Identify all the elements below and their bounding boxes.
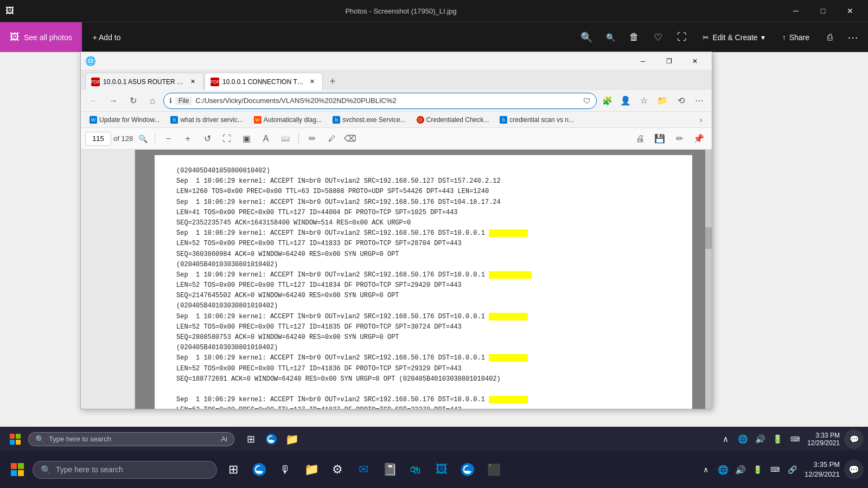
pdf-scrollbar[interactable] <box>705 150 712 409</box>
search-input-secondary[interactable] <box>49 435 216 443</box>
fav-item-1[interactable]: b what is driver servic... <box>166 114 247 125</box>
more-button[interactable]: ⋯ <box>843 28 863 47</box>
zoom-out-button[interactable]: 🔍 <box>599 27 621 48</box>
link-icon-main[interactable]: 🔗 <box>785 462 800 477</box>
pdf-eraser-button[interactable]: ⌫ <box>341 130 359 147</box>
store-icon-main[interactable]: 🛍 <box>404 458 427 481</box>
file-explorer-main[interactable]: 📁 <box>299 458 323 481</box>
extensions-button[interactable]: 🧩 <box>599 93 615 109</box>
favorites-button[interactable]: ☆ <box>636 93 652 109</box>
battery-icon-main[interactable]: 🔋 <box>750 462 765 477</box>
microphone-icon-main[interactable]: 🎙 <box>273 458 297 481</box>
task-view-main[interactable]: ⊞ <box>221 458 245 481</box>
pdf-scrollbar-thumb[interactable] <box>705 227 712 249</box>
pdf-fit-button[interactable]: ⛶ <box>218 130 235 147</box>
pdf-print-button[interactable]: 🖨 <box>631 130 649 147</box>
pdf-zoom-in-button[interactable]: + <box>179 130 196 147</box>
language-icon-main[interactable]: ⌨ <box>768 462 783 477</box>
browser-restore-button[interactable]: ❐ <box>656 54 681 69</box>
back-button[interactable]: ← <box>85 92 103 110</box>
chevron-up-icon[interactable]: ∧ <box>718 432 733 447</box>
search-input-main[interactable] <box>56 465 209 474</box>
edge-icon-main-2[interactable] <box>456 458 480 481</box>
pdf-highlight-button[interactable]: 🖊 <box>323 130 340 147</box>
print-button[interactable]: ⎙ <box>819 27 841 48</box>
pdf-save-button[interactable]: 💾 <box>651 130 668 147</box>
close-button[interactable]: ✕ <box>838 3 863 19</box>
pdf-text-button[interactable]: A <box>257 130 275 147</box>
refresh-button[interactable]: ↻ <box>124 92 142 110</box>
favorite-button[interactable]: ♡ <box>647 27 669 48</box>
onenote-icon-main[interactable]: 📓 <box>378 458 401 481</box>
start-btn-secondary[interactable] <box>4 429 26 449</box>
favorites-more-button[interactable]: › <box>694 113 707 126</box>
date-display-secondary: 12/29/2021 <box>807 439 840 447</box>
browser-close-button[interactable]: ✕ <box>682 54 707 69</box>
settings-icon-main[interactable]: ⚙ <box>326 458 349 481</box>
terminal-icon-main[interactable]: ⬛ <box>482 458 506 481</box>
maximize-button[interactable]: □ <box>810 3 835 19</box>
fav-item-0[interactable]: W Update for Window... <box>85 114 164 125</box>
tab-close-1[interactable]: ✕ <box>188 77 197 87</box>
notification-center-main[interactable]: 💬 <box>844 460 864 479</box>
pdf-edit-button[interactable]: ✏ <box>671 130 688 147</box>
pdf-zoom-out-button[interactable]: − <box>159 130 177 147</box>
edge-icon-secondary[interactable] <box>261 429 281 449</box>
keyboard-icon-secondary[interactable]: ⌨ <box>788 432 803 447</box>
pdf-pin-button[interactable]: 📌 <box>690 130 707 147</box>
log-line-11: LEN=52 TOS=0x00 PREC=0x00 TTL=127 ID=418… <box>176 280 671 291</box>
log-line-20: SEQ=188772691 ACK=0 WINDOW=64240 RES=0x0… <box>176 374 671 384</box>
notification-center-secondary[interactable]: 💬 <box>844 429 864 449</box>
home-button[interactable]: ⌂ <box>144 92 161 110</box>
edge-svg-main-2 <box>461 463 475 477</box>
fav-item-3[interactable]: b svchost.exe Service... <box>328 114 410 125</box>
volume-icon-secondary[interactable]: 🔊 <box>753 432 768 447</box>
share-button[interactable]: ↑ Share <box>775 30 817 45</box>
minimize-button[interactable]: ─ <box>783 3 808 19</box>
file-explorer-secondary[interactable]: 📁 <box>282 429 302 449</box>
network-icon-main[interactable]: 🌐 <box>716 462 731 477</box>
mail-icon-main[interactable]: ✉ <box>352 458 375 481</box>
fav-item-2[interactable]: W Automatically diag... <box>250 114 326 125</box>
collections-button[interactable]: 📁 <box>654 93 671 109</box>
pdf-annotation-button[interactable]: ✏ <box>303 130 321 147</box>
new-tab-button[interactable]: + <box>324 73 341 90</box>
pdf-search-button[interactable]: 🔍 <box>135 131 150 146</box>
page-number-input[interactable]: 115 <box>85 132 111 146</box>
edit-create-button[interactable]: ✂ Edit & Create ▾ <box>695 30 772 45</box>
zoom-in-button[interactable]: 🔍 <box>576 27 597 48</box>
start-button-main[interactable] <box>4 457 30 483</box>
pdf-read-button[interactable]: 📖 <box>277 130 294 147</box>
fav-item-5[interactable]: b crediential scan vs n... <box>495 114 578 125</box>
photos-icon-main[interactable]: 🖼 <box>430 458 454 481</box>
network-icon-secondary[interactable]: 🌐 <box>736 432 751 447</box>
history-button[interactable]: ⟲ <box>673 93 689 109</box>
taskbar-search-main[interactable]: 🔍 <box>33 461 217 479</box>
edge-icon-main[interactable] <box>247 458 271 481</box>
tab-close-2[interactable]: ✕ <box>307 77 317 87</box>
edge-svg-main <box>252 463 266 477</box>
log-line-22: LEN=52 TOS=0x00 PREC=0x00 TTL=127 ID=418… <box>176 405 671 409</box>
chevron-up-main[interactable]: ∧ <box>698 462 713 477</box>
see-all-photos-button[interactable]: 🖼 See all photos <box>0 22 82 52</box>
sys-icons-secondary: ∧ 🌐 🔊 🔋 ⌨ <box>718 432 803 447</box>
pdf-twopage-button[interactable]: ▣ <box>238 130 255 147</box>
scissors-icon: ✂ <box>703 33 709 42</box>
add-to-button[interactable]: + Add to <box>82 22 132 52</box>
crop-rotate-button[interactable]: ⛶ <box>671 27 693 48</box>
forward-button[interactable]: → <box>105 92 122 110</box>
browser-minimize-button[interactable]: ─ <box>630 54 655 69</box>
battery-icon-secondary[interactable]: 🔋 <box>770 432 786 447</box>
delete-button[interactable]: 🗑 <box>623 27 645 48</box>
taskbar-search-secondary[interactable]: 🔍 Ai <box>28 432 234 446</box>
browser-tab-1[interactable]: PDF 10.0.0.1 ASUS ROUTER BIG CHA ✕ <box>85 73 203 90</box>
pdf-rotate-button[interactable]: ↺ <box>199 130 216 147</box>
pdf-main[interactable]: (020405D401050800010402) Sep 1 10:06:29 … <box>135 150 712 409</box>
profile-button[interactable]: 👤 <box>617 93 634 109</box>
task-view-secondary[interactable]: ⊞ <box>241 429 260 449</box>
volume-icon-main[interactable]: 🔊 <box>733 462 748 477</box>
browser-tab-2[interactable]: PDF 10.0.0.1 CONNECTION TO 192.1 ✕ <box>205 73 323 90</box>
fav-item-4[interactable]: O Credentialed Check... <box>412 114 493 125</box>
browser-more-button[interactable]: ⋯ <box>691 93 707 109</box>
address-bar[interactable]: ℹ File C:/Users/Vicky/Documents/VLANS%20… <box>163 93 597 109</box>
